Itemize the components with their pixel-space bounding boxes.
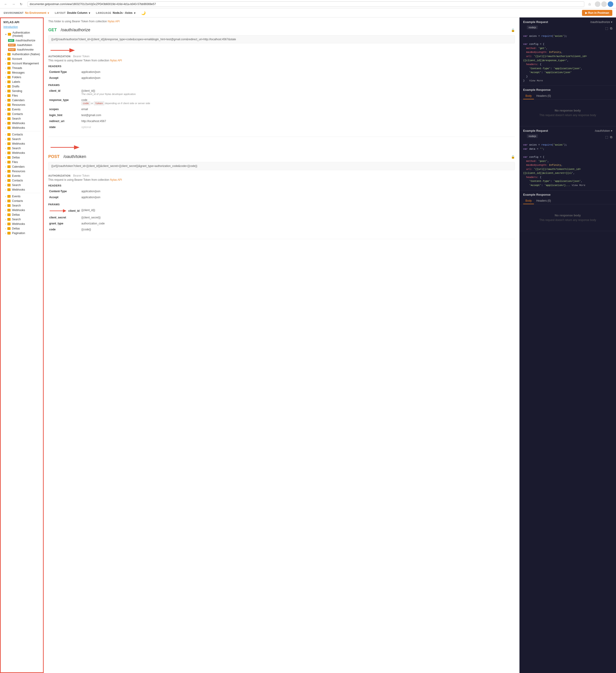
auth-link-post[interactable]: Nylas API — [110, 178, 122, 181]
sidebar-item-webhooks-2[interactable]: › Webhooks — [1, 126, 43, 130]
chevron-right-icon: › — [5, 113, 6, 116]
sidebar-item-deltas[interactable]: › Deltas — [1, 155, 43, 160]
sidebar-item-webhooks-4[interactable]: › Webhooks — [1, 151, 43, 155]
sidebar-item-get-oauth[interactable]: GET /oauth/authorize — [1, 38, 43, 43]
right-header-path-1[interactable]: /oauth/authorize ▾ — [590, 20, 612, 24]
header-row: Content-Type application/json — [48, 69, 515, 75]
folder-note-link[interactable]: Nylas API — [108, 20, 120, 23]
sidebar-item-search-3[interactable]: › Search — [1, 146, 43, 151]
extension-btn-2[interactable] — [601, 1, 607, 7]
language-dropdown[interactable]: NodeJs - Axios — [113, 11, 132, 14]
environment-dropdown[interactable]: No Environment — [25, 11, 46, 14]
path-label-2: /oauth/token — [595, 129, 610, 133]
response-tab-body-1[interactable]: Body — [523, 93, 534, 99]
sidebar-item-search-5[interactable]: › Search — [1, 203, 43, 208]
chevron-right-icon: › — [5, 223, 6, 225]
sidebar-item-resources-2[interactable]: › Resources — [1, 169, 43, 174]
sidebar-item-webhooks-7[interactable]: › Webhooks — [1, 222, 43, 226]
folder-icon — [7, 179, 11, 182]
endpoint-path-post: /oauth/token — [62, 154, 86, 159]
arrow-annotation-1 — [48, 47, 515, 53]
sidebar-title: NYLAS API — [1, 18, 43, 25]
sidebar-item-sending[interactable]: › Sending — [1, 89, 43, 93]
path-label-1: /oauth/authorize — [590, 20, 610, 24]
header-row: Accept application/json — [48, 194, 515, 200]
response-tab-headers-1[interactable]: Headers (0) — [534, 93, 553, 99]
sidebar-item-contacts-3[interactable]: › Contacts — [1, 178, 43, 183]
sidebar-item-auth-native[interactable]: › Authentication (Native) — [1, 52, 43, 56]
sidebar-item-webhooks-6[interactable]: › Webhooks — [1, 208, 43, 212]
sidebar-item-auth-hosted[interactable]: ▾ Authentication (Hosted) — [1, 30, 43, 38]
sidebar-item-drafts[interactable]: › Drafts — [1, 84, 43, 89]
sidebar-item-deltas-2[interactable]: › Deltas — [1, 212, 43, 217]
layout-dropdown[interactable]: Double Column — [67, 11, 87, 14]
sidebar-item-search-2[interactable]: › Search — [1, 137, 43, 142]
folder-icon — [7, 165, 11, 168]
chevron-down-icon: ▾ — [611, 20, 612, 24]
copy-icon-2[interactable]: ⧉ — [610, 135, 612, 139]
sidebar-item-resources[interactable]: › Resources — [1, 102, 43, 107]
params-section-title: PARAMS — [48, 84, 515, 86]
dark-mode-toggle[interactable]: 🌙 — [141, 11, 146, 15]
sidebar-item-events-2[interactable]: › Events — [1, 174, 43, 178]
sidebar-item-contacts-2[interactable]: › Contacts — [1, 132, 43, 137]
red-arrow-1 — [48, 47, 76, 53]
sidebar-item-files[interactable]: › Files — [1, 93, 43, 98]
refresh-button[interactable]: ↻ — [18, 2, 24, 6]
run-in-postman-button[interactable]: ▶ Run in Postman — [582, 10, 612, 16]
sidebar-item-deltas-3[interactable]: › Deltas — [1, 226, 43, 231]
sidebar-item-search[interactable]: › Search — [1, 117, 43, 121]
chevron-down-icon: ▾ — [5, 33, 6, 36]
param-value: email — [80, 106, 515, 112]
view-more-1[interactable]: View More — [526, 79, 543, 82]
address-bar[interactable] — [28, 1, 584, 7]
chevron-right-icon: › — [5, 58, 6, 60]
copy-icon-1[interactable]: ⧉ — [610, 26, 612, 30]
sidebar-item-messages[interactable]: › Messages — [1, 70, 43, 75]
sidebar-item-folders[interactable]: › Folders — [1, 75, 43, 79]
sidebar-item-account-management[interactable]: › Account Management — [1, 61, 43, 66]
no-response-2: No response body This request doesn't re… — [520, 204, 616, 231]
sidebar-introduction-link[interactable]: Introduction — [1, 25, 43, 30]
sidebar-item-search-4[interactable]: › Search — [1, 183, 43, 187]
auth-type: Bearer Token — [73, 55, 89, 58]
format-icon-1[interactable]: ⬚ — [605, 26, 608, 30]
sidebar-item-events[interactable]: › Events — [1, 107, 43, 112]
param-row: client_id {{client_id}} The client_id of… — [48, 88, 515, 97]
chevron-right-icon: › — [5, 152, 6, 154]
sidebar-item-account[interactable]: › Account — [1, 56, 43, 61]
sidebar-item-calendars-2[interactable]: › Calendars — [1, 164, 43, 169]
profile-btn[interactable] — [608, 1, 613, 7]
layout-group: LAYOUT Double Column ▾ — [55, 11, 90, 15]
response-tab-body-2[interactable]: Body — [523, 198, 534, 204]
sidebar-item-webhooks[interactable]: › Webhooks — [1, 121, 43, 126]
sidebar-item-calendars[interactable]: › Calendars — [1, 98, 43, 102]
sidebar-item-pagination[interactable]: › Pagination — [1, 231, 43, 235]
sidebar-item-webhooks-3[interactable]: › Webhooks — [1, 142, 43, 146]
param-key: redirect_uri — [48, 118, 80, 124]
sidebar-item-post-revoke[interactable]: POST /oauth/revoke — [1, 47, 43, 52]
extension-btn-1[interactable] — [595, 1, 600, 7]
sidebar-item-post-token[interactable]: POST /oauth/token — [1, 43, 43, 47]
param-key: client_id — [48, 207, 80, 215]
chevron-right-icon: › — [5, 122, 6, 125]
view-more-2[interactable]: View More — [572, 184, 585, 187]
nav-buttons[interactable]: ← → ↻ — [3, 2, 24, 6]
sidebar-item-contacts[interactable]: › Contacts — [1, 112, 43, 117]
sidebar-item-labels[interactable]: › Labels — [1, 79, 43, 84]
response-tab-headers-2[interactable]: Headers (0) — [534, 198, 553, 204]
chevron-right-icon: › — [5, 127, 6, 129]
sidebar-item-search-6[interactable]: › Search — [1, 217, 43, 222]
format-icon-2[interactable]: ⬚ — [605, 135, 608, 139]
sidebar-item-events-3[interactable]: › Events — [1, 194, 43, 199]
sidebar-item-files-2[interactable]: › Files — [1, 160, 43, 164]
bookmark-button[interactable]: ☆ — [588, 2, 591, 6]
auth-label-post: AUTHORIZATION — [48, 174, 70, 177]
right-header-path-2[interactable]: /oauth/token ▾ — [595, 129, 612, 133]
forward-button[interactable]: → — [11, 2, 17, 6]
auth-link[interactable]: Nylas API — [110, 59, 122, 62]
back-button[interactable]: ← — [3, 2, 9, 6]
sidebar-item-contacts-4[interactable]: › Contacts — [1, 199, 43, 203]
sidebar-item-threads[interactable]: › Threads — [1, 66, 43, 70]
sidebar-item-webhooks-5[interactable]: › Webhooks — [1, 187, 43, 192]
